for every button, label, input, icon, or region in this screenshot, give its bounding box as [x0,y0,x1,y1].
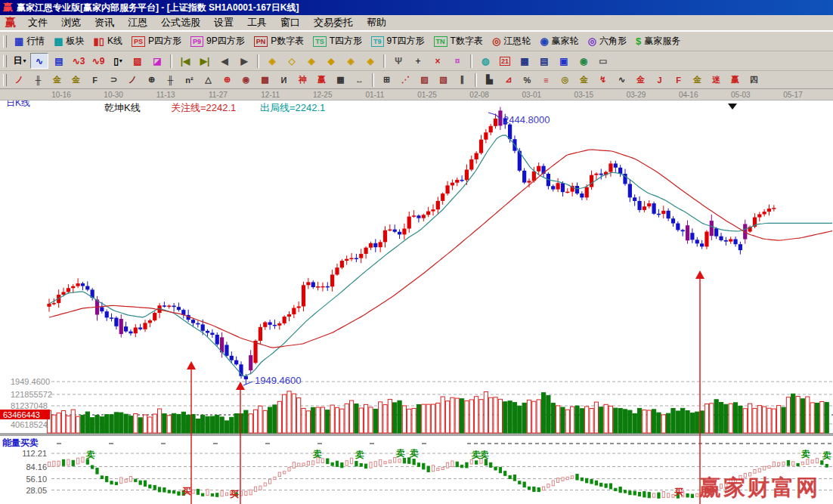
hexagon-button[interactable]: ◎六角形 [588,35,627,48]
j-angle-tool[interactable]: J [651,73,668,87]
gold-angle-tool[interactable]: 金 [632,73,649,87]
angle-percent-tool[interactable]: ⊿ [500,73,517,87]
fan-grid-tool[interactable]: ▨ [416,73,433,87]
percent-tool[interactable]: % [519,73,536,87]
cycle-tool[interactable]: ⊕ [143,73,160,87]
qiankun-kline-button[interactable]: ∿ [30,53,48,69]
winner-wheel-button[interactable]: ◉赢家轮 [540,35,578,48]
span-tool[interactable]: ↔ [351,73,368,87]
n-wave-tool[interactable]: И [275,73,293,87]
menu-item-5[interactable]: 设置 [207,16,240,29]
box-grid-tool[interactable]: ▧ [435,73,452,87]
gann-diamond-1-button[interactable]: ◈ [263,53,281,69]
flash-tool[interactable]: ↯ [594,73,612,87]
stamp-tool-button[interactable]: ¤ [448,53,466,69]
shen-grid-tool[interactable]: 神 [294,73,311,87]
t9-square-button[interactable]: T99T四方形 [371,35,425,48]
pen-tool-2[interactable]: ノ [124,73,141,87]
wave-band-tool[interactable]: ∿ [613,73,630,87]
menu-item-1[interactable]: 浏览 [54,16,88,29]
target-circle-tool[interactable]: ⊕ [218,73,236,87]
gann-diamond-6-button[interactable]: ◈ [361,53,379,69]
grid-123-tool[interactable]: ▦ [332,73,349,87]
mi-angle-tool[interactable]: 迷 [708,73,725,87]
gold-lines-tool[interactable]: 金 [575,73,593,87]
triangle-tool[interactable]: △ [200,73,217,87]
info-doc-button[interactable]: ▤ [50,53,68,69]
gann-wheel-button[interactable]: ◎江恩轮 [492,35,531,48]
menu-item-7[interactable]: 窗口 [274,16,307,29]
print-button[interactable]: ▭ [594,53,612,69]
wave-9-button[interactable]: ∿9 [89,53,107,69]
candle-style-button[interactable]: ▯▾ [109,53,127,69]
period-day-button[interactable]: 日▾ [11,53,29,69]
prev-button[interactable]: ◀ [215,53,234,69]
star-circle-tool[interactable]: ◉ [237,73,255,87]
percent-lines-tool[interactable]: ≡ [537,73,555,87]
p9-square-button[interactable]: P99P四方形 [190,35,245,48]
menu-item-2[interactable]: 资讯 [88,16,121,29]
lines-tool[interactable]: ╫ [162,73,179,87]
first-page-button[interactable]: |◀ [176,53,194,69]
calendar-button[interactable]: 21 [496,53,514,69]
hand-tool-button[interactable]: Ψ [389,53,407,69]
ying-grid-tool[interactable]: 赢 [313,73,330,87]
gann-diamond-3-button[interactable]: ◈ [302,53,321,69]
grid-circle-tool[interactable]: ▩ [256,73,274,87]
gann-diamond-5-button[interactable]: ◈ [342,53,360,69]
web-save-button[interactable]: ◉ [574,53,593,69]
toolbar-handle[interactable] [3,55,7,67]
menu-item-8[interactable]: 交易委托 [307,16,360,29]
volume-bar [210,416,214,433]
menu-item-4[interactable]: 公式选股 [154,16,207,29]
energy-mark [504,472,506,476]
fibo-lines-tool[interactable]: F [86,73,104,87]
title-bar[interactable]: 赢 赢家江恩专业版[赢家内部服务平台] - [上证指数 SH1A0001-167… [0,0,833,15]
color-chart-button[interactable]: ◪ [148,53,166,69]
notes-button[interactable]: ▤ [535,53,553,69]
four-angle-tool[interactable]: 四 [745,73,763,87]
menu-item-9[interactable]: 帮助 [360,16,393,29]
gold-fan-tool[interactable]: 金 [689,73,706,87]
gann-diamond-4-button[interactable]: ◆ [322,53,340,69]
p-square-button[interactable]: PSP四方形 [132,35,181,48]
gold-circle-tool[interactable]: ◎ [556,73,574,87]
gann-diamond-2-button[interactable]: ◇ [283,53,301,69]
red-chart-button[interactable]: ▨ [129,53,147,69]
web-save-button-icon: ◉ [580,56,587,66]
panel-grid-tool[interactable]: ⊞ [378,73,395,87]
next-button[interactable]: ▶ [235,53,253,69]
gann-gold-grid-1[interactable]: 金 [48,73,66,87]
t-number-button[interactable]: TNT数字表 [434,35,483,48]
crosshair-button[interactable]: + [409,53,427,69]
gann-gold-grid-2[interactable]: 金 [67,73,85,87]
winner-service-button[interactable]: $赢家服务 [636,35,680,48]
menu-item-3[interactable]: 江恩 [121,16,154,29]
gann-diamond-4-button-icon: ◆ [327,56,334,66]
f-angle-tool[interactable]: F [670,73,687,87]
spiral-tool[interactable]: ⊃ [105,73,122,87]
square-number-tool[interactable]: n² [181,73,198,87]
menu-item-0[interactable]: 文件 [21,16,54,29]
save-button[interactable]: ▣ [555,53,573,69]
t-square-button[interactable]: TST四方形 [313,35,362,48]
toolbar-handle[interactable] [3,36,7,48]
p-number-button[interactable]: PNP数字表 [254,35,305,48]
calculator-button[interactable]: ▦ [516,53,534,69]
last-page-button[interactable]: ▶| [196,53,214,69]
brain-button[interactable]: ◍ [476,53,494,69]
toolbar-handle[interactable] [3,74,7,86]
parallel-lines-tool[interactable]: ∥ [454,73,471,87]
pen-tool[interactable]: ノ [11,73,28,87]
wave-3-button[interactable]: ∿3 [70,53,88,69]
ying-angle-tool[interactable]: 赢 [726,73,744,87]
energy-mark [619,487,621,493]
quotes-button[interactable]: ▦行情 [14,35,45,48]
scale-tool[interactable]: ▙ [481,73,498,87]
ruler-tool[interactable]: ╫ [29,73,47,87]
kline-button[interactable]: ▮▯K线 [94,35,122,48]
sectors-button[interactable]: ▩板块 [54,35,84,48]
menu-item-6[interactable]: 工具 [240,16,274,29]
erase-tool-button[interactable]: × [429,53,447,69]
fan-lines-tool[interactable]: ⋰ [397,73,414,87]
